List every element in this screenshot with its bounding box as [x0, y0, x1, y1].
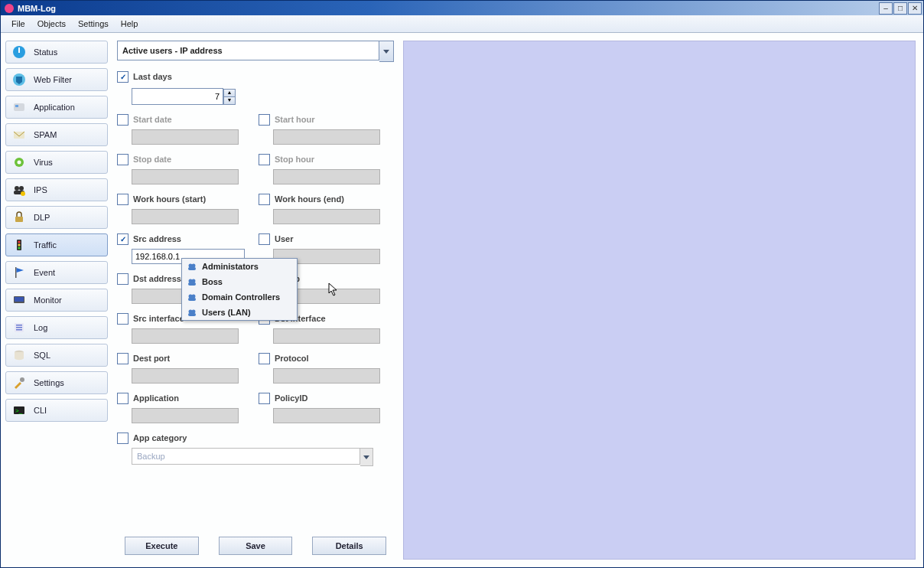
- svg-rect-20: [15, 297, 24, 302]
- menu-objects[interactable]: Objects: [31, 17, 72, 31]
- results-panel: [403, 41, 916, 560]
- input-dst-interface: [273, 328, 380, 344]
- group-suggestion-popup: Administators Boss Domain Controllers Us…: [181, 258, 298, 321]
- sidebar-item-label: Monitor: [34, 295, 62, 305]
- database-icon: [11, 348, 28, 363]
- sidebar-item-settings[interactable]: Settings: [5, 371, 108, 394]
- main: Last days ▲ ▼ Start date: [112, 33, 923, 567]
- svg-point-33: [192, 279, 196, 283]
- sidebar-item-virus[interactable]: Virus: [5, 151, 108, 174]
- popup-item[interactable]: Boss: [182, 274, 297, 289]
- spinner-down-button[interactable]: ▼: [223, 97, 236, 105]
- flag-icon: [11, 265, 28, 280]
- checkbox-work-start[interactable]: [117, 194, 129, 205]
- checkbox-protocol[interactable]: [259, 353, 270, 364]
- checkbox-user[interactable]: [259, 233, 270, 245]
- input-policyid: [273, 408, 380, 423]
- svg-point-39: [192, 310, 196, 314]
- popup-item[interactable]: Users (LAN): [182, 305, 297, 320]
- menubar: File Objects Settings Help: [1, 15, 923, 33]
- lock-icon: [11, 210, 28, 225]
- svg-rect-22: [16, 325, 22, 326]
- svg-rect-18: [15, 267, 17, 278]
- checkbox-application[interactable]: [117, 393, 129, 404]
- window-title: MBM-Log: [18, 4, 878, 13]
- label-dest-port: Dest port: [133, 354, 170, 363]
- svg-text:>_: >_: [15, 407, 23, 414]
- checkbox-start-hour[interactable]: [259, 114, 270, 126]
- checkbox-start-date[interactable]: [117, 114, 129, 126]
- checkbox-stop-date[interactable]: [117, 154, 129, 165]
- sidebar-item-label: Traffic: [34, 240, 57, 250]
- minimize-button[interactable]: –: [879, 2, 893, 15]
- report-type-dropdown-button[interactable]: [379, 41, 394, 62]
- svg-point-9: [15, 186, 19, 191]
- menu-settings[interactable]: Settings: [72, 17, 115, 31]
- checkbox-dest-port[interactable]: [117, 353, 129, 364]
- svg-point-0: [5, 4, 14, 13]
- input-work-end: [273, 209, 380, 224]
- sidebar-item-label: Web Filter: [34, 75, 72, 84]
- sidebar-item-label: Log: [34, 323, 47, 332]
- group-icon: [187, 261, 197, 272]
- chevron-down-icon: [383, 50, 389, 54]
- sidebar-item-spam[interactable]: SPAM: [5, 123, 108, 146]
- label-application: Application: [133, 393, 179, 403]
- report-type-input[interactable]: [117, 41, 379, 60]
- list-icon: [11, 320, 28, 335]
- sidebar-item-ips[interactable]: IPS: [5, 178, 108, 201]
- svg-rect-34: [188, 282, 196, 286]
- sidebar-item-application[interactable]: Application: [5, 96, 108, 119]
- sidebar-item-dlp[interactable]: DLP: [5, 206, 108, 229]
- label-work-start: Work hours (start): [133, 194, 206, 204]
- checkbox-src-address[interactable]: [117, 233, 129, 245]
- popup-item[interactable]: Administators: [182, 259, 297, 274]
- input-stop-hour: [273, 169, 380, 184]
- details-button[interactable]: Details: [312, 537, 386, 555]
- spinner-up-button[interactable]: ▲: [223, 89, 236, 97]
- label-start-date: Start date: [133, 115, 172, 124]
- combo-app-category[interactable]: Backup: [132, 448, 373, 466]
- input-app-category[interactable]: Backup: [132, 448, 360, 465]
- checkbox-work-end[interactable]: [259, 194, 270, 205]
- sidebar-item-webfilter[interactable]: Web Filter: [5, 68, 108, 91]
- report-type-combo[interactable]: [117, 41, 394, 62]
- sidebar-item-label: SQL: [34, 351, 50, 360]
- sidebar-item-log[interactable]: Log: [5, 316, 108, 339]
- sidebar-item-status[interactable]: Status: [5, 41, 108, 64]
- label-dst-address: Dst address: [133, 274, 181, 283]
- menu-help[interactable]: Help: [115, 17, 145, 31]
- checkbox-app-category[interactable]: [117, 433, 129, 444]
- svg-point-16: [18, 243, 20, 246]
- sidebar-item-sql[interactable]: SQL: [5, 344, 108, 367]
- save-button[interactable]: Save: [219, 537, 293, 555]
- sidebar-item-label: Settings: [34, 378, 64, 387]
- sidebar-item-label: IPS: [34, 185, 47, 194]
- execute-button[interactable]: Execute: [125, 537, 199, 555]
- app-category-dropdown-button[interactable]: [360, 448, 373, 466]
- maximize-button[interactable]: □: [893, 2, 907, 15]
- checkbox-last-days[interactable]: [117, 71, 129, 83]
- svg-rect-31: [188, 267, 196, 270]
- popup-item[interactable]: Domain Controllers: [182, 289, 297, 305]
- sidebar-item-traffic[interactable]: Traffic: [5, 233, 108, 256]
- label-user: User: [275, 234, 293, 243]
- checkbox-dst-address[interactable]: [117, 273, 129, 285]
- input-protocol: [273, 368, 380, 384]
- checkbox-stop-hour[interactable]: [259, 154, 270, 165]
- sidebar-item-event[interactable]: Event: [5, 261, 108, 284]
- checkbox-src-interface[interactable]: [117, 313, 129, 325]
- label-src-address: Src address: [133, 234, 181, 243]
- sidebar-item-label: CLI: [34, 406, 47, 415]
- sidebar-item-label: Status: [34, 47, 57, 57]
- checkbox-policyid[interactable]: [259, 393, 270, 404]
- svg-point-10: [19, 186, 24, 191]
- label-stop-hour: Stop hour: [275, 155, 314, 164]
- input-last-days[interactable]: [132, 88, 223, 105]
- close-button[interactable]: ✕: [908, 2, 922, 15]
- sidebar-item-monitor[interactable]: Monitor: [5, 289, 108, 312]
- input-stop-date: [132, 169, 239, 184]
- menu-file[interactable]: File: [5, 17, 31, 31]
- label-stop-date: Stop date: [133, 155, 171, 164]
- sidebar-item-cli[interactable]: >_ CLI: [5, 399, 108, 422]
